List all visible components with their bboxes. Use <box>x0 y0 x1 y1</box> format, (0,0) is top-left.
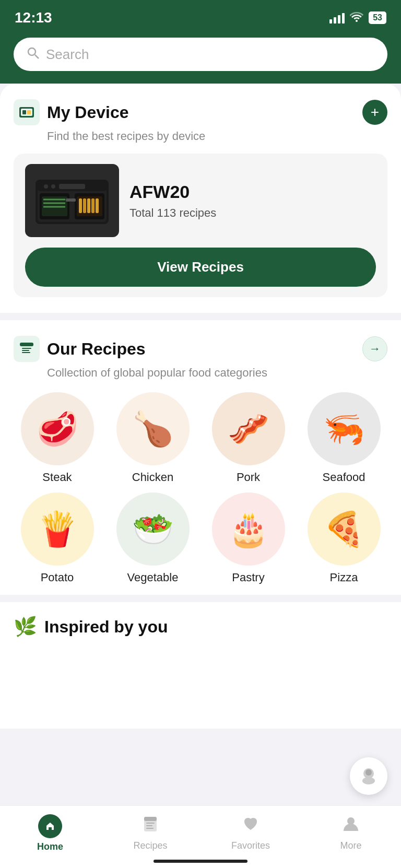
recipe-item-chicken[interactable]: 🍗Chicken <box>109 392 196 484</box>
recipe-item-pork[interactable]: 🥓Pork <box>205 392 292 484</box>
recipe-circle-vegetable: 🥗 <box>116 492 190 566</box>
home-indicator <box>154 860 247 863</box>
recipe-label-chicken: Chicken <box>132 471 173 484</box>
recipe-item-vegetable[interactable]: 🥗Vegetable <box>109 492 196 584</box>
inspired-header: 🌿 Inspired by you <box>14 616 387 638</box>
device-recipes-count: Total 113 recipes <box>129 206 376 220</box>
recipe-label-pastry: Pastry <box>232 571 264 584</box>
search-section: Search <box>0 32 401 84</box>
bottom-nav: Home Recipes Favorites <box>0 805 401 868</box>
our-recipes-header: Our Recipes → <box>14 336 387 362</box>
inspired-icon: 🌿 <box>14 616 37 638</box>
recipe-item-pizza[interactable]: 🍕Pizza <box>300 492 387 584</box>
search-placeholder: Search <box>46 46 89 63</box>
my-device-header: My Device + <box>14 99 387 125</box>
svg-rect-30 <box>22 352 30 353</box>
favorites-nav-label: Favorites <box>231 840 270 851</box>
recipe-item-steak[interactable]: 🥩Steak <box>14 392 101 484</box>
recipe-circle-seafood: 🦐 <box>308 392 381 465</box>
recipe-circle-pork: 🥓 <box>212 392 285 465</box>
recipe-label-seafood: Seafood <box>323 471 365 484</box>
svg-rect-21 <box>87 198 90 213</box>
our-recipes-icon <box>14 336 40 362</box>
nav-item-more[interactable]: More <box>325 815 377 851</box>
recipe-label-potato: Potato <box>41 571 74 584</box>
recipe-label-pork: Pork <box>237 471 260 484</box>
svg-rect-24 <box>66 198 71 202</box>
our-recipes-arrow-button[interactable]: → <box>362 336 387 361</box>
our-recipes-section: Our Recipes → Collection of global popul… <box>0 320 401 595</box>
recipe-grid: 🥩Steak🍗Chicken🥓Pork🦐Seafood🍟Potato🥗Veget… <box>14 392 387 584</box>
main-content: My Device + Find the best recipes by dev… <box>0 84 401 729</box>
battery-icon: 53 <box>369 11 386 24</box>
status-time: 12:13 <box>15 9 52 26</box>
svg-rect-25 <box>70 198 76 202</box>
svg-point-40 <box>347 817 355 825</box>
my-device-title: My Device <box>47 103 129 122</box>
recipe-circle-pizza: 🍕 <box>308 492 381 566</box>
svg-rect-19 <box>79 198 82 213</box>
floating-chat-button[interactable] <box>350 757 387 795</box>
search-bar[interactable]: Search <box>14 38 387 71</box>
svg-point-10 <box>51 184 55 189</box>
more-icon <box>342 815 360 837</box>
our-recipes-subtitle: Collection of global popular food catego… <box>47 366 387 380</box>
svg-rect-4 <box>22 110 26 114</box>
my-device-title-group: My Device <box>14 99 129 125</box>
svg-rect-11 <box>59 184 85 189</box>
inspired-title: Inspired by you <box>44 617 168 637</box>
svg-rect-29 <box>22 350 29 351</box>
device-details: AFW20 Total 113 recipes <box>129 182 376 220</box>
recipe-label-steak: Steak <box>42 471 72 484</box>
svg-rect-37 <box>146 823 155 824</box>
svg-line-1 <box>35 55 39 58</box>
our-recipes-title: Our Recipes <box>47 339 146 359</box>
svg-rect-22 <box>91 198 95 213</box>
search-icon <box>26 46 40 63</box>
svg-point-0 <box>28 48 36 55</box>
svg-point-32 <box>365 769 372 776</box>
signal-icon <box>329 12 345 24</box>
section-divider <box>0 313 401 320</box>
recipe-label-pizza: Pizza <box>330 571 358 584</box>
svg-rect-28 <box>22 348 31 349</box>
svg-rect-38 <box>146 825 152 826</box>
device-image <box>25 164 119 237</box>
our-recipes-title-group: Our Recipes <box>14 336 146 362</box>
recipe-circle-pastry: 🎂 <box>212 492 285 566</box>
inspired-section: 🌿 Inspired by you <box>0 602 401 645</box>
nav-item-home[interactable]: Home <box>24 814 76 852</box>
device-card: AFW20 Total 113 recipes View Recipes <box>14 154 387 297</box>
recipe-circle-steak: 🥩 <box>21 392 94 465</box>
recipes-icon <box>141 815 159 837</box>
svg-rect-20 <box>83 198 86 213</box>
status-bar: 12:13 53 <box>0 0 401 32</box>
home-icon <box>38 814 62 838</box>
my-device-section: My Device + Find the best recipes by dev… <box>0 84 401 313</box>
recipe-label-vegetable: Vegetable <box>127 571 179 584</box>
inspired-divider <box>0 595 401 602</box>
view-recipes-button[interactable]: View Recipes <box>25 248 376 287</box>
my-device-subtitle: Find the best recipes by device <box>47 130 387 143</box>
svg-rect-39 <box>146 828 154 829</box>
recipe-item-potato[interactable]: 🍟Potato <box>14 492 101 584</box>
more-nav-label: More <box>340 840 361 851</box>
nav-item-favorites[interactable]: Favorites <box>225 815 277 851</box>
recipe-circle-potato: 🍟 <box>21 492 94 566</box>
nav-item-recipes[interactable]: Recipes <box>124 815 176 851</box>
svg-rect-27 <box>20 343 33 346</box>
svg-point-33 <box>362 777 375 784</box>
recipe-circle-chicken: 🍗 <box>116 392 190 465</box>
add-device-button[interactable]: + <box>362 100 387 125</box>
svg-rect-23 <box>96 198 99 213</box>
recipes-nav-label: Recipes <box>133 840 167 851</box>
svg-rect-5 <box>27 110 31 114</box>
home-nav-label: Home <box>37 841 63 852</box>
wifi-icon <box>350 11 363 25</box>
favorites-icon <box>242 815 260 837</box>
svg-point-9 <box>44 184 48 189</box>
recipe-item-pastry[interactable]: 🎂Pastry <box>205 492 292 584</box>
recipe-item-seafood[interactable]: 🦐Seafood <box>300 392 387 484</box>
status-icons: 53 <box>329 11 386 25</box>
my-device-icon <box>14 99 40 125</box>
